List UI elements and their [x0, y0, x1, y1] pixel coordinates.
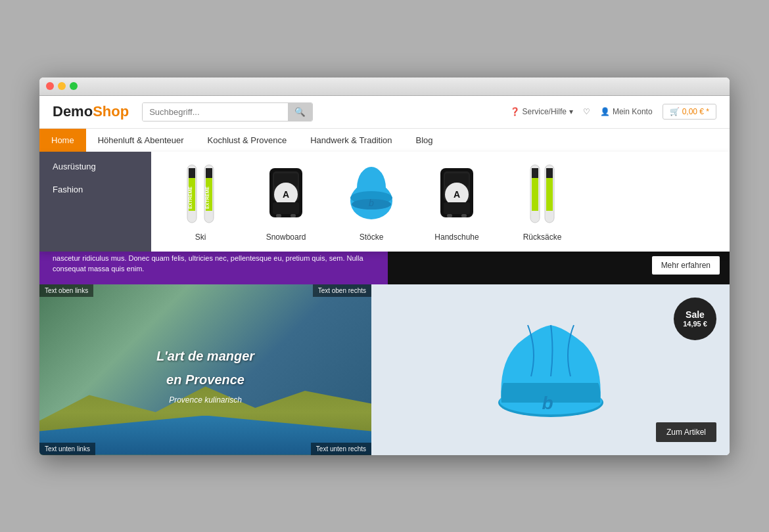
mehr-erfahren-button[interactable]: Mehr erfahren [652, 256, 720, 275]
svg-text:EXTREME: EXTREME [188, 186, 193, 208]
minimize-button[interactable] [58, 82, 66, 90]
cart-price: 0,00 € * [682, 107, 709, 116]
sale-price: 14,95 € [683, 320, 707, 328]
sidebar-item-fashion[interactable]: Fashion [39, 178, 151, 201]
svg-rect-26 [444, 202, 470, 214]
maximize-button[interactable] [70, 82, 78, 90]
ski-label: Ski [195, 233, 206, 242]
product-card-handschuhe[interactable]: A Handschuhe [417, 162, 496, 242]
provence-card: L'art de manger en Provence Provence kul… [39, 284, 371, 455]
cart-button[interactable]: 🛒 0,00 € * [663, 104, 716, 120]
svg-rect-27 [447, 214, 452, 217]
snowboard-image: A [253, 162, 319, 227]
close-button[interactable] [46, 82, 54, 90]
service-icon: ❓ [510, 107, 520, 116]
logo[interactable]: DemoShop [53, 103, 129, 120]
account-button[interactable]: 👤 Mein Konto [600, 107, 653, 116]
zum-artikel-button[interactable]: Zum Artikel [656, 422, 716, 442]
search-bar: 🔍 [142, 102, 313, 122]
svg-rect-13 [273, 202, 299, 214]
nav-item-kochlust[interactable]: Kochlust & Provence [196, 129, 299, 152]
nav-item-handwerk[interactable]: Handwerk & Tradition [298, 129, 404, 152]
corner-br: Text unten rechts [311, 443, 371, 455]
search-button[interactable]: 🔍 [288, 103, 312, 121]
svg-rect-30 [532, 175, 538, 211]
stoecke-label: Stöcke [360, 233, 384, 242]
svg-rect-31 [532, 168, 538, 178]
user-icon: 👤 [600, 107, 610, 116]
browser-window: DemoShop 🔍 ❓ Service/Hilfe ▾ ♡ 👤 Mein Ko… [39, 78, 730, 455]
svg-rect-15 [291, 214, 296, 217]
corner-tr: Text oben rechts [313, 284, 371, 297]
product-hat-card: Sale 14,95 € b [371, 284, 730, 455]
dropdown-products: EXTREME EXTREME Ski [151, 152, 730, 252]
svg-text:A: A [454, 189, 460, 200]
corner-tl: Text oben links [39, 284, 93, 297]
dropdown-sidebar: Ausrüstung Fashion [39, 152, 151, 252]
svg-rect-34 [546, 168, 553, 178]
svg-rect-2 [189, 168, 195, 178]
service-help[interactable]: ❓ Service/Hilfe ▾ [510, 107, 573, 116]
provence-main-text: L'art de manger [156, 348, 254, 363]
provence-sub-text: Provence kulinarisch [169, 395, 242, 405]
provence-main-text2: en Provence [166, 372, 245, 388]
product-card-ruecksaecke[interactable]: Rücksäcke [503, 162, 582, 242]
sale-badge: Sale 14,95 € [674, 298, 716, 340]
titlebar [39, 78, 730, 96]
account-label: Mein Konto [613, 107, 653, 116]
shop-header: DemoShop 🔍 ❓ Service/Hilfe ▾ ♡ 👤 Mein Ko… [39, 96, 730, 129]
svg-rect-14 [276, 214, 281, 217]
nav-item-blog[interactable]: Blog [404, 129, 444, 152]
ski-image: EXTREME EXTREME [168, 162, 233, 227]
nav-item-home[interactable]: Home [39, 129, 86, 152]
handschuhe-image: A [424, 162, 490, 227]
svg-rect-33 [546, 175, 553, 211]
service-label: Service/Hilfe [523, 107, 567, 116]
sidebar-item-ausruestung[interactable]: Ausrüstung [39, 155, 151, 178]
svg-text:b: b [369, 198, 374, 208]
search-input[interactable] [143, 103, 288, 121]
wishlist-button[interactable]: ♡ [583, 107, 590, 116]
ruecksaecke-image [509, 162, 575, 227]
stoecke-image: b [338, 162, 404, 227]
logo-demo: Demo [53, 103, 93, 120]
handschuhe-label: Handschuhe [434, 233, 478, 242]
snowboard-label: Snowboard [266, 233, 306, 242]
ruecksaecke-label: Rücksäcke [523, 233, 562, 242]
product-card-snowboard[interactable]: A Snowboard [246, 162, 325, 242]
svg-text:EXTREME: EXTREME [205, 186, 210, 208]
product-card-ski[interactable]: EXTREME EXTREME Ski [161, 162, 240, 242]
corner-bl: Text unten links [39, 443, 95, 455]
hat-image: b [485, 311, 617, 429]
product-card-stoecke[interactable]: b Stöcke [332, 162, 411, 242]
svg-text:b: b [542, 393, 553, 413]
nav-item-hoehenluft[interactable]: Höhenluft & Abenteuer [86, 129, 196, 152]
heart-icon: ♡ [583, 107, 590, 116]
logo-shop: Shop [93, 103, 129, 120]
chevron-down-icon: ▾ [569, 107, 573, 116]
cart-icon: 🛒 [670, 107, 680, 116]
sale-label: Sale [686, 309, 705, 320]
header-actions: ❓ Service/Hilfe ▾ ♡ 👤 Mein Konto 🛒 0,00 … [510, 104, 716, 120]
bottom-grid: L'art de manger en Provence Provence kul… [39, 284, 730, 455]
provence-background: L'art de manger en Provence Provence kul… [39, 284, 371, 455]
svg-rect-6 [206, 168, 212, 178]
svg-text:A: A [283, 189, 289, 200]
svg-rect-28 [461, 214, 467, 217]
main-nav: Home Höhenluft & Abenteuer Kochlust & Pr… [39, 129, 730, 153]
dropdown-menu: Ausrüstung Fashion EXTREME [39, 152, 730, 252]
